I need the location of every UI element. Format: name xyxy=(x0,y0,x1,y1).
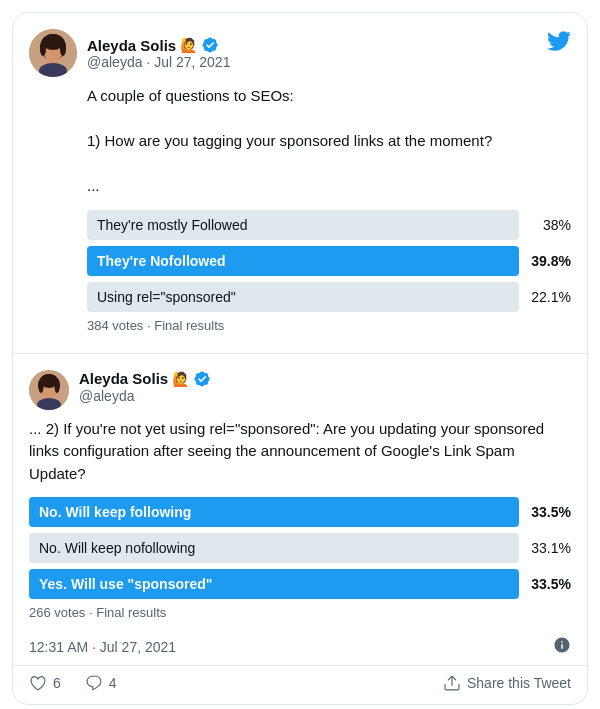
share-action[interactable]: Share this Tweet xyxy=(443,674,571,692)
user-info-1: Aleyda Solis 🙋 @aleyda · Jul 27, 2021 xyxy=(87,36,230,70)
poll2-bar-container-2: No. Will keep nofollowing xyxy=(29,533,519,563)
reply-action[interactable]: 4 xyxy=(85,674,117,692)
svg-point-12 xyxy=(39,381,44,393)
info-icon[interactable] xyxy=(553,636,571,657)
share-label: Share this Tweet xyxy=(467,675,571,691)
avatar[interactable] xyxy=(29,29,77,77)
poll-option-1: They're mostly Followed 38% xyxy=(87,210,571,240)
svg-point-13 xyxy=(55,381,60,393)
tweet-1-poll: They're mostly Followed 38% They're Nofo… xyxy=(87,210,571,333)
heart-icon xyxy=(29,674,47,692)
poll2-bar-container-3: Yes. Will use "sponsored" xyxy=(29,569,519,599)
poll-2-meta: 266 votes · Final results xyxy=(29,605,571,620)
poll-1-meta: 384 votes · Final results xyxy=(87,318,571,333)
like-count: 6 xyxy=(53,675,61,691)
comment-icon xyxy=(85,674,103,692)
tweet-1-text: A couple of questions to SEOs: 1) How ar… xyxy=(87,85,571,198)
reply-count: 4 xyxy=(109,675,117,691)
poll2-bar-1[interactable]: No. Will keep following xyxy=(29,497,519,527)
tweet-1-content: A couple of questions to SEOs: 1) How ar… xyxy=(87,85,571,353)
handle-2: @aleyda xyxy=(79,388,211,404)
tweet-2: Aleyda Solis 🙋 @aleyda ... 2) If you're … xyxy=(13,354,587,621)
emoji-1: 🙋 xyxy=(180,37,197,53)
poll-pct-3: 22.1% xyxy=(531,289,571,305)
svg-point-4 xyxy=(40,42,46,56)
poll2-bar-container-1: No. Will keep following xyxy=(29,497,519,527)
poll2-option-3: Yes. Will use "sponsored" 33.5% xyxy=(29,569,571,599)
tweet-1-ellipsis: ... xyxy=(87,175,571,198)
poll2-bar-3[interactable]: Yes. Will use "sponsored" xyxy=(29,569,519,599)
poll2-option-2: No. Will keep nofollowing 33.1% xyxy=(29,533,571,563)
display-name-1: Aleyda Solis 🙋 xyxy=(87,36,230,54)
poll2-pct-3: 33.5% xyxy=(531,576,571,592)
tweet-2-header: Aleyda Solis 🙋 @aleyda xyxy=(29,370,571,410)
poll-option-3: Using rel="sponsored" 22.1% xyxy=(87,282,571,312)
username-date-1: @aleyda · Jul 27, 2021 xyxy=(87,54,230,70)
like-action[interactable]: 6 xyxy=(29,674,61,692)
verified-badge-1 xyxy=(201,36,219,54)
poll-pct-1: 38% xyxy=(531,217,571,233)
verified-badge-2 xyxy=(193,370,211,388)
tweet-2-header-info: Aleyda Solis 🙋 @aleyda xyxy=(79,370,211,404)
emoji-2: 🙋 xyxy=(172,371,189,387)
tweet-actions: 6 4 Share this Tweet xyxy=(13,665,587,704)
display-name-2: Aleyda Solis 🙋 xyxy=(79,370,211,388)
tweet-1: Aleyda Solis 🙋 @aleyda · Jul 27, 2021 xyxy=(13,13,587,354)
tweet-2-poll: No. Will keep following 33.5% No. Will k… xyxy=(29,497,571,620)
svg-point-5 xyxy=(60,42,66,56)
tweet-1-header: Aleyda Solis 🙋 @aleyda · Jul 27, 2021 xyxy=(29,29,571,77)
date-1: Jul 27, 2021 xyxy=(154,54,230,70)
timestamp: 12:31 AM · Jul 27, 2021 xyxy=(29,639,176,655)
name-text-2: Aleyda Solis xyxy=(79,370,168,387)
poll-option-2: They're Nofollowed 39.8% xyxy=(87,246,571,276)
poll-bar-container-3: Using rel="sponsored" xyxy=(87,282,519,312)
poll-bar-container-2: They're Nofollowed xyxy=(87,246,519,276)
poll-bar-1[interactable]: They're mostly Followed xyxy=(87,210,519,240)
tweet-1-line2: 1) How are you tagging your sponsored li… xyxy=(87,130,571,153)
poll2-pct-2: 33.1% xyxy=(531,540,571,556)
tweet-1-line1: A couple of questions to SEOs: xyxy=(87,85,571,108)
poll-bar-container-1: They're mostly Followed xyxy=(87,210,519,240)
poll-bar-3[interactable]: Using rel="sponsored" xyxy=(87,282,519,312)
name-text-1: Aleyda Solis xyxy=(87,37,176,54)
tweet-2-text: ... 2) If you're not yet using rel="spon… xyxy=(29,418,571,486)
tweet-1-header-left: Aleyda Solis 🙋 @aleyda · Jul 27, 2021 xyxy=(29,29,230,77)
poll2-option-1: No. Will keep following 33.5% xyxy=(29,497,571,527)
twitter-logo xyxy=(547,29,571,56)
poll-bar-2[interactable]: They're Nofollowed xyxy=(87,246,519,276)
share-icon xyxy=(443,674,461,692)
poll2-bar-2[interactable]: No. Will keep nofollowing xyxy=(29,533,519,563)
poll-pct-2: 39.8% xyxy=(531,253,571,269)
handle-1: @aleyda xyxy=(87,54,142,70)
footer-meta: 12:31 AM · Jul 27, 2021 xyxy=(13,628,587,665)
avatar-2[interactable] xyxy=(29,370,69,410)
tweet-card: Aleyda Solis 🙋 @aleyda · Jul 27, 2021 xyxy=(12,12,588,705)
poll2-pct-1: 33.5% xyxy=(531,504,571,520)
